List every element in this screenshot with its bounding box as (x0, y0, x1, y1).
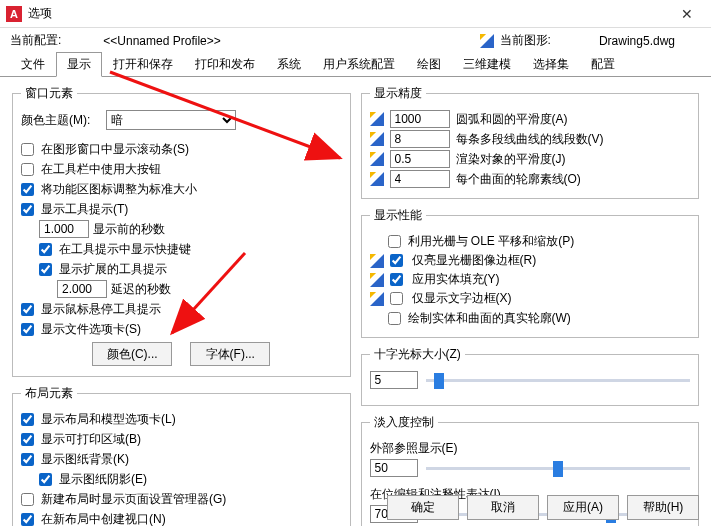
color-theme-label: 颜色主题(M): (21, 111, 90, 129)
cb-file-tabs[interactable] (21, 323, 34, 336)
lbl-true-silhouette: 绘制实体和曲面的真实轮廓(W) (408, 309, 571, 327)
cb-scrollbar[interactable] (21, 143, 34, 156)
app-logo-icon: A (6, 6, 22, 22)
lbl-printable: 显示可打印区域(B) (41, 430, 141, 448)
color-theme-select[interactable]: 暗 (106, 110, 236, 130)
colors-button[interactable]: 颜色(C)... (92, 342, 172, 366)
slider-thumb[interactable] (553, 461, 563, 477)
current-drawing-label: 当前图形: (500, 32, 551, 49)
drawing-name: Drawing5.dwg (599, 34, 675, 48)
close-button[interactable]: ✕ (669, 3, 705, 25)
legend-crosshair: 十字光标大小(Z) (370, 346, 465, 363)
lbl-surf: 每个曲面的轮廓素线(O) (456, 171, 581, 188)
crosshair-slider[interactable] (426, 379, 691, 382)
lbl-ole-pan: 利用光栅与 OLE 平移和缩放(P) (408, 232, 575, 250)
cb-true-silhouette[interactable] (388, 312, 401, 325)
lbl-highlight-frame: 仅亮显光栅图像边框(R) (412, 252, 537, 269)
lbl-tooltip-delay: 延迟的秒数 (111, 280, 171, 298)
profile-row: 当前配置: <<Unnamed Profile>> 当前图形: Drawing5… (0, 28, 711, 51)
tooltip-delay-input[interactable] (57, 280, 107, 298)
render-smoothness-input[interactable] (390, 150, 450, 168)
cb-highlight-frame[interactable] (390, 254, 403, 267)
lbl-rend: 渲染对象的平滑度(J) (456, 151, 566, 168)
lbl-tooltips: 显示工具提示(T) (41, 200, 128, 218)
lbl-paper-bg: 显示图纸背景(K) (41, 450, 129, 468)
tooltip-seconds-input[interactable] (39, 220, 89, 238)
tab-file[interactable]: 文件 (10, 52, 56, 77)
cb-ole-pan[interactable] (388, 235, 401, 248)
lbl-paper-shadow: 显示图纸阴影(E) (59, 470, 147, 488)
tab-user-prefs[interactable]: 用户系统配置 (312, 52, 406, 77)
ok-button[interactable]: 确定 (387, 495, 459, 520)
cb-hover-tip[interactable] (21, 303, 34, 316)
tab-selection[interactable]: 选择集 (522, 52, 580, 77)
tab-print-publish[interactable]: 打印和发布 (184, 52, 266, 77)
group-display-performance: 显示性能 利用光栅与 OLE 平移和缩放(P) 仅亮显光栅图像边框(R) 应用实… (361, 207, 700, 338)
lbl-create-viewport: 在新布局中创建视口(N) (41, 510, 166, 526)
drawing-icon (370, 112, 384, 126)
drawing-icon (370, 273, 384, 287)
drawing-icon (370, 254, 384, 268)
tab-profiles[interactable]: 配置 (580, 52, 626, 77)
tab-3d-modeling[interactable]: 三维建模 (452, 52, 522, 77)
xref-fade-slider[interactable] (426, 467, 691, 470)
drawing-icon (370, 292, 384, 306)
xref-fade-input[interactable] (370, 459, 418, 477)
lbl-file-tabs: 显示文件选项卡(S) (41, 320, 141, 338)
lbl-page-setup: 新建布局时显示页面设置管理器(G) (41, 490, 226, 508)
legend-window-elements: 窗口元素 (21, 85, 77, 102)
cancel-button[interactable]: 取消 (467, 495, 539, 520)
legend-layout-elements: 布局元素 (21, 385, 77, 402)
cb-tooltips[interactable] (21, 203, 34, 216)
group-crosshair: 十字光标大小(Z) (361, 346, 700, 406)
cb-shortcut-in-tip[interactable] (39, 243, 52, 256)
lbl-shortcut-in-tip: 在工具提示中显示快捷键 (59, 240, 191, 258)
crosshair-size-input[interactable] (370, 371, 418, 389)
drawing-icon (370, 152, 384, 166)
legend-display-precision: 显示精度 (370, 85, 426, 102)
tab-system[interactable]: 系统 (266, 52, 312, 77)
legend-fade: 淡入度控制 (370, 414, 438, 431)
drawing-icon (480, 34, 494, 48)
cb-create-viewport[interactable] (21, 513, 34, 526)
tab-display[interactable]: 显示 (56, 52, 102, 77)
lbl-extended-tip: 显示扩展的工具提示 (59, 260, 167, 278)
dialog-buttons: 确定 取消 应用(A) 帮助(H) (387, 495, 699, 520)
tab-drafting[interactable]: 绘图 (406, 52, 452, 77)
group-layout-elements: 布局元素 显示布局和模型选项卡(L) 显示可打印区域(B) 显示图纸背景(K) … (12, 385, 351, 526)
cb-solid-fill[interactable] (390, 273, 403, 286)
apply-button[interactable]: 应用(A) (547, 495, 619, 520)
group-window-elements: 窗口元素 颜色主题(M): 暗 在图形窗口中显示滚动条(S) 在工具栏中使用大按… (12, 85, 351, 377)
arc-smoothness-input[interactable] (390, 110, 450, 128)
help-button[interactable]: 帮助(H) (627, 495, 699, 520)
lbl-tooltip-seconds: 显示前的秒数 (93, 220, 165, 238)
profile-name: <<Unnamed Profile>> (103, 34, 220, 48)
group-display-precision: 显示精度 圆弧和圆的平滑度(A) 每条多段线曲线的线段数(V) 渲染对象的平滑度… (361, 85, 700, 199)
drawing-icon (370, 132, 384, 146)
cb-paper-shadow[interactable] (39, 473, 52, 486)
lbl-big-buttons: 在工具栏中使用大按钮 (41, 160, 161, 178)
tabs: 文件 显示 打开和保存 打印和发布 系统 用户系统配置 绘图 三维建模 选择集 … (0, 51, 711, 77)
lbl-solid-fill: 应用实体填充(Y) (412, 271, 500, 288)
lbl-ribbon-standard: 将功能区图标调整为标准大小 (41, 180, 197, 198)
cb-ribbon-standard[interactable] (21, 183, 34, 196)
lbl-xref-fade: 外部参照显示(E) (370, 439, 458, 457)
cb-page-setup[interactable] (21, 493, 34, 506)
surface-contour-input[interactable] (390, 170, 450, 188)
drawing-icon (370, 172, 384, 186)
polyline-segments-input[interactable] (390, 130, 450, 148)
tab-open-save[interactable]: 打开和保存 (102, 52, 184, 77)
lbl-seg: 每条多段线曲线的线段数(V) (456, 131, 604, 148)
cb-text-frame[interactable] (390, 292, 403, 305)
cb-layout-tabs[interactable] (21, 413, 34, 426)
current-config-label: 当前配置: (10, 32, 61, 49)
window-title: 选项 (28, 5, 669, 22)
slider-thumb[interactable] (434, 373, 444, 389)
cb-extended-tip[interactable] (39, 263, 52, 276)
cb-printable[interactable] (21, 433, 34, 446)
cb-big-buttons[interactable] (21, 163, 34, 176)
lbl-layout-tabs: 显示布局和模型选项卡(L) (41, 410, 176, 428)
fonts-button[interactable]: 字体(F)... (190, 342, 270, 366)
cb-paper-bg[interactable] (21, 453, 34, 466)
legend-display-performance: 显示性能 (370, 207, 426, 224)
